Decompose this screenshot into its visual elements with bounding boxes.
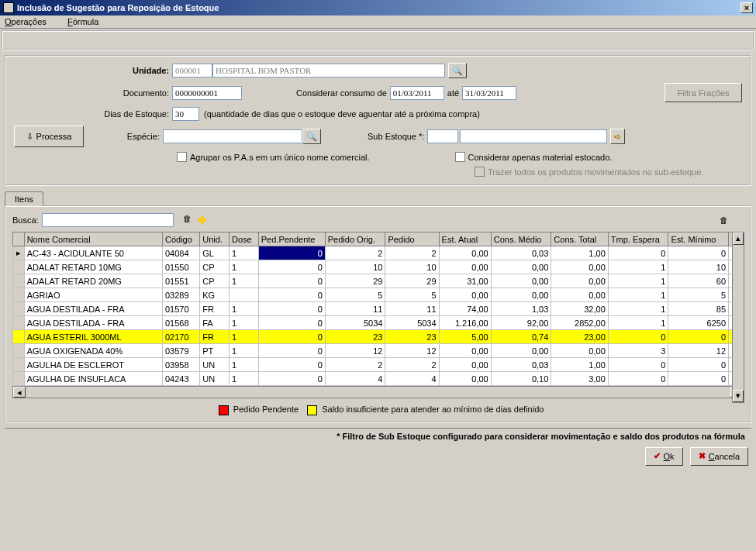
cell-emin[interactable]: 12 bbox=[668, 344, 729, 358]
col-cons-medio[interactable]: Cons. Médio bbox=[491, 232, 551, 246]
col-nome[interactable]: Nome Comercial bbox=[24, 232, 162, 246]
cell-ped[interactable]: 23 bbox=[385, 330, 439, 344]
cell-ctot[interactable]: 23,00 bbox=[551, 330, 608, 344]
cell-codigo[interactable]: 04084 bbox=[163, 246, 200, 260]
cell-unid[interactable]: FR bbox=[200, 302, 230, 316]
cell-atual[interactable]: 5,00 bbox=[439, 330, 491, 344]
cell-unid[interactable]: FR bbox=[200, 330, 230, 344]
busca-input[interactable] bbox=[42, 213, 174, 227]
cell-ctot[interactable]: 1,00 bbox=[551, 358, 608, 372]
cell-atual[interactable]: 0,00 bbox=[439, 246, 491, 260]
cell-ped[interactable]: 29 bbox=[385, 274, 439, 288]
cell-pend[interactable]: 0 bbox=[258, 274, 325, 288]
filtra-fracoes-button[interactable]: Filtra Frações bbox=[665, 83, 742, 102]
table-row[interactable]: ADALAT RETARD 20MG01551CP10292931,000,00… bbox=[13, 274, 744, 288]
cell-codigo[interactable]: 03289 bbox=[163, 288, 200, 302]
subestoque-input[interactable] bbox=[427, 129, 458, 143]
cell-atual[interactable]: 0,00 bbox=[439, 260, 491, 274]
menu-formula[interactable]: Fórmula bbox=[67, 17, 108, 26]
cell-emin[interactable]: 0 bbox=[668, 246, 729, 260]
cell-ctot[interactable]: 0,00 bbox=[551, 274, 608, 288]
cell-ped[interactable]: 10 bbox=[385, 260, 439, 274]
cell-tesp[interactable]: 0 bbox=[608, 372, 668, 386]
cell-codigo[interactable]: 01551 bbox=[163, 274, 200, 288]
cell-ped[interactable]: 2 bbox=[385, 246, 439, 260]
cell-ctot[interactable]: 1,00 bbox=[551, 246, 608, 260]
cell-atual[interactable]: 74,00 bbox=[439, 302, 491, 316]
col-est-minimo[interactable]: Est. Mínimo bbox=[668, 232, 729, 246]
delete-icon[interactable]: 🗑 bbox=[183, 214, 192, 226]
cell-unid[interactable]: CP bbox=[200, 274, 230, 288]
cell-emin[interactable]: 60 bbox=[668, 274, 729, 288]
cell-emin[interactable]: 0 bbox=[668, 372, 729, 386]
cell-tesp[interactable]: 1 bbox=[608, 288, 668, 302]
cell-emin[interactable]: 85 bbox=[668, 302, 729, 316]
menu-operacoes[interactable]: Operações bbox=[5, 17, 56, 26]
processa-button[interactable]: ⇩ Processa bbox=[14, 126, 84, 147]
cell-tesp[interactable]: 0 bbox=[608, 358, 668, 372]
cell-codigo[interactable]: 04243 bbox=[163, 372, 200, 386]
cell-pend[interactable]: 0 bbox=[258, 302, 325, 316]
cell-codigo[interactable]: 01550 bbox=[163, 260, 200, 274]
cell-tesp[interactable]: 0 bbox=[608, 246, 668, 260]
cell-orig[interactable]: 4 bbox=[325, 372, 385, 386]
table-row[interactable]: AGUA DESTILADA - FRA01568FA10503450341.2… bbox=[13, 316, 744, 330]
unidade-lookup-button[interactable]: 🔍 bbox=[448, 63, 467, 78]
cell-nome[interactable]: AGRIAO bbox=[24, 288, 162, 302]
cell-pend[interactable]: 0 bbox=[258, 372, 325, 386]
cell-pend[interactable]: 0 bbox=[258, 358, 325, 372]
scroll-left-icon[interactable]: ◂ bbox=[13, 387, 26, 398]
cell-codigo[interactable]: 01570 bbox=[163, 302, 200, 316]
cell-atual[interactable]: 31,00 bbox=[439, 274, 491, 288]
cell-ctot[interactable]: 32,00 bbox=[551, 302, 608, 316]
col-pedido-orig[interactable]: Pedido Orig. bbox=[325, 232, 385, 246]
cell-atual[interactable]: 0,00 bbox=[439, 358, 491, 372]
cell-cmed[interactable]: 0,00 bbox=[491, 274, 551, 288]
cell-ped[interactable]: 11 bbox=[385, 302, 439, 316]
table-row[interactable]: ADALAT RETARD 10MG01550CP1010100,000,000… bbox=[13, 260, 744, 274]
cell-tesp[interactable]: 1 bbox=[608, 302, 668, 316]
print-icon[interactable]: 🗑 bbox=[720, 215, 728, 225]
cell-ctot[interactable]: 2852,00 bbox=[551, 316, 608, 330]
cell-nome[interactable]: AGUA DESTILADA - FRA bbox=[24, 302, 162, 316]
cell-orig[interactable]: 10 bbox=[325, 260, 385, 274]
add-icon[interactable]: ✚ bbox=[198, 214, 207, 226]
cell-cmed[interactable]: 0,00 bbox=[491, 288, 551, 302]
cell-dose[interactable]: 1 bbox=[230, 260, 259, 274]
especie-lookup-button[interactable]: 🔍 bbox=[302, 129, 321, 144]
cancel-button[interactable]: ✖ Cancela bbox=[690, 447, 748, 466]
cell-codigo[interactable]: 03579 bbox=[163, 344, 200, 358]
cell-ped[interactable]: 4 bbox=[385, 372, 439, 386]
cell-nome[interactable]: AGULHA DE ESCLEROT bbox=[24, 358, 162, 372]
cell-emin[interactable]: 0 bbox=[668, 330, 729, 344]
table-row[interactable]: AGRIAO03289KG0550,000,000,0015 bbox=[13, 288, 744, 302]
table-row[interactable]: AGULHA DE INSUFLACA04243UN10440,000,103,… bbox=[13, 372, 744, 386]
cell-tesp[interactable]: 3 bbox=[608, 344, 668, 358]
cell-ped[interactable]: 5 bbox=[385, 288, 439, 302]
cell-cmed[interactable]: 1,03 bbox=[491, 302, 551, 316]
cell-pend[interactable]: 0 bbox=[258, 246, 325, 260]
horizontal-scrollbar[interactable]: ◂ ▸ bbox=[12, 386, 744, 398]
cell-atual[interactable]: 0,00 bbox=[439, 372, 491, 386]
cell-atual[interactable]: 0,00 bbox=[439, 344, 491, 358]
cell-ctot[interactable]: 0,00 bbox=[551, 260, 608, 274]
scroll-up-icon[interactable]: ▴ bbox=[733, 232, 744, 245]
cell-orig[interactable]: 5034 bbox=[325, 316, 385, 330]
cell-orig[interactable]: 12 bbox=[325, 344, 385, 358]
cell-dose[interactable]: 1 bbox=[230, 274, 259, 288]
scroll-down-icon[interactable]: ▾ bbox=[733, 390, 744, 402]
cell-emin[interactable]: 10 bbox=[668, 260, 729, 274]
cell-dose[interactable]: 1 bbox=[230, 330, 259, 344]
cell-dose[interactable]: 1 bbox=[230, 358, 259, 372]
cell-unid[interactable]: PT bbox=[200, 344, 230, 358]
chk-agrupar[interactable] bbox=[177, 152, 187, 162]
vertical-scrollbar[interactable]: ▴ ▾ bbox=[732, 232, 744, 403]
cell-pend[interactable]: 0 bbox=[258, 260, 325, 274]
table-row[interactable]: AGUA OXIGENADA 40%03579PT1012120,000,000… bbox=[13, 344, 744, 358]
cell-emin[interactable]: 5 bbox=[668, 288, 729, 302]
cell-cmed[interactable]: 0,10 bbox=[491, 372, 551, 386]
cell-dose[interactable]: 1 bbox=[230, 344, 259, 358]
ok-button[interactable]: ✔ Ok bbox=[645, 447, 683, 466]
subestoque-go-button[interactable]: ➪ bbox=[610, 129, 625, 144]
tab-itens[interactable]: Itens bbox=[5, 191, 43, 206]
